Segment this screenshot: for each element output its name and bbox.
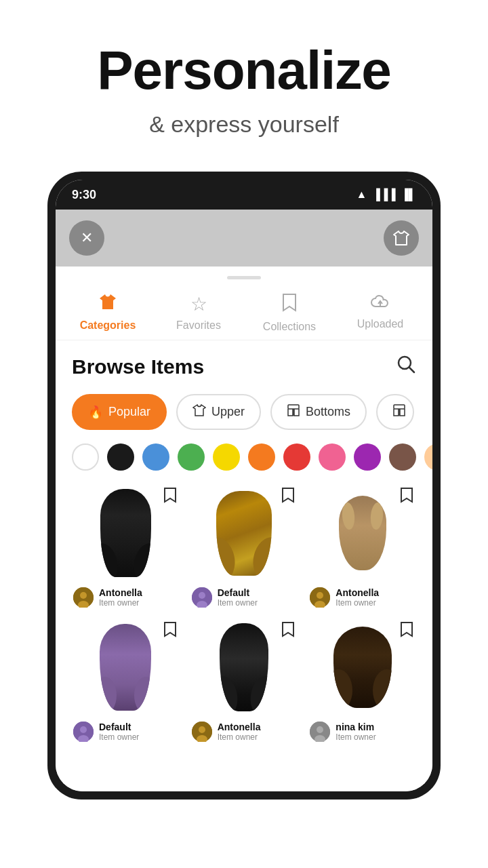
owner-role: Item owner	[99, 598, 142, 608]
owner-name: Antonella	[218, 722, 261, 732]
color-swatch-black[interactable]	[107, 443, 134, 471]
owner-info: Default Item owner	[218, 587, 258, 608]
close-button[interactable]: ✕	[69, 220, 104, 256]
fire-icon: 🔥	[88, 405, 103, 420]
bookmark-button[interactable]	[281, 621, 295, 642]
owner-name: nina kim	[336, 722, 375, 732]
phone-frame: 9:30 ▲ ▐▐▐ ▐▌ ✕	[47, 172, 441, 800]
avatar	[73, 722, 94, 742]
tab-bar: Categories ☆ Favorites Co	[56, 279, 432, 340]
color-swatch-peach[interactable]	[424, 443, 432, 471]
item-owner: Default Item owner	[70, 722, 181, 742]
bookmark-button[interactable]	[281, 487, 295, 507]
bookmark-button[interactable]	[163, 487, 177, 507]
item-card[interactable]: nina kim Item owner	[303, 616, 422, 750]
svg-point-17	[80, 726, 87, 733]
svg-point-14	[317, 592, 323, 599]
owner-name: Default	[99, 722, 139, 732]
item-card[interactable]: Default Item owner	[66, 616, 185, 750]
item-owner: Default Item owner	[189, 587, 300, 608]
color-swatch-yellow[interactable]	[213, 443, 240, 471]
color-swatch-brown[interactable]	[389, 443, 416, 471]
filter-row: 🔥 Popular Upper	[56, 389, 432, 439]
svg-rect-3	[288, 405, 299, 409]
svg-rect-5	[394, 405, 405, 409]
status-icons: ▲ ▐▐▐ ▐▌	[356, 189, 416, 201]
svg-point-11	[199, 592, 205, 599]
color-swatch-pink[interactable]	[319, 443, 346, 471]
svg-point-8	[80, 592, 87, 599]
owner-role: Item owner	[336, 732, 375, 742]
filter-chip-more[interactable]	[376, 394, 414, 430]
item-card[interactable]: Default Item owner	[185, 481, 304, 616]
cloud-tab-icon	[370, 293, 390, 314]
tab-label-collections: Collections	[263, 321, 316, 333]
bookmark-button[interactable]	[163, 621, 177, 642]
color-swatch-green[interactable]	[178, 443, 205, 471]
star-tab-icon: ☆	[190, 293, 207, 315]
item-owner: nina kim Item owner	[307, 722, 418, 742]
filter-chip-upper[interactable]: Upper	[176, 394, 261, 430]
owner-info: Antonella Item owner	[336, 587, 379, 608]
color-swatch-purple[interactable]	[354, 443, 381, 471]
items-grid: Antonella Item owner	[56, 481, 432, 750]
owner-info: Default Item owner	[99, 722, 139, 742]
item-card[interactable]: Antonella Item owner	[303, 481, 422, 616]
filter-chip-bottoms[interactable]: Bottoms	[270, 394, 367, 430]
hero-title: Personalize	[27, 41, 461, 100]
bookmark-button[interactable]	[400, 487, 413, 507]
hero-subtitle: & express yourself	[27, 111, 461, 138]
item-owner: Antonella Item owner	[189, 722, 300, 742]
status-time: 9:30	[72, 188, 96, 202]
shirt-chip-icon	[192, 404, 206, 420]
tab-favorites[interactable]: ☆ Favorites	[168, 293, 229, 333]
search-button[interactable]	[396, 354, 416, 379]
chip-label-upper: Upper	[211, 405, 245, 419]
color-row	[56, 439, 432, 481]
tab-label-categories: Categories	[80, 319, 136, 332]
tab-categories[interactable]: Categories	[77, 293, 138, 333]
signal-icon: ▐▐▐	[372, 189, 395, 201]
phone-wrapper: 9:30 ▲ ▐▐▐ ▐▌ ✕	[0, 158, 488, 800]
owner-role: Item owner	[218, 732, 261, 742]
item-owner: Antonella Item owner	[70, 587, 181, 608]
tab-label-favorites: Favorites	[176, 319, 221, 332]
item-owner: Antonella Item owner	[307, 587, 418, 608]
owner-info: Antonella Item owner	[218, 722, 261, 742]
owner-role: Item owner	[99, 732, 139, 742]
top-controls: ✕	[56, 210, 432, 267]
owner-role: Item owner	[336, 598, 379, 608]
avatar	[192, 722, 212, 742]
battery-icon: ▐▌	[401, 189, 416, 201]
tab-uploaded[interactable]: Uploaded	[350, 293, 411, 333]
more-chip-icon	[392, 403, 406, 420]
pants-chip-icon	[287, 403, 300, 420]
item-card[interactable]: Antonella Item owner	[66, 481, 185, 616]
color-swatch-white[interactable]	[72, 443, 99, 471]
owner-name: Default	[218, 587, 258, 598]
svg-point-20	[199, 726, 205, 733]
shirt-tab-icon	[98, 293, 117, 315]
hero-section: Personalize & express yourself	[0, 0, 488, 158]
wifi-icon: ▲	[356, 189, 367, 201]
item-card[interactable]: Antonella Item owner	[185, 616, 304, 750]
browse-title: Browse Items	[72, 355, 204, 378]
color-swatch-blue[interactable]	[142, 443, 169, 471]
avatar	[310, 722, 330, 742]
owner-role: Item owner	[218, 598, 258, 608]
owner-name: Antonella	[336, 587, 379, 598]
avatar	[310, 587, 330, 608]
color-swatch-orange[interactable]	[248, 443, 275, 471]
bookmark-tab-icon	[282, 293, 297, 317]
bookmark-button[interactable]	[400, 621, 413, 642]
chip-label-popular: Popular	[108, 405, 150, 419]
phone-screen: 9:30 ▲ ▐▐▐ ▐▌ ✕	[56, 180, 432, 791]
owner-info: Antonella Item owner	[99, 587, 142, 608]
color-swatch-red[interactable]	[283, 443, 310, 471]
chip-label-bottoms: Bottoms	[306, 405, 350, 419]
avatar	[192, 587, 212, 608]
tab-collections[interactable]: Collections	[259, 293, 320, 333]
shirt-button[interactable]	[384, 220, 419, 256]
filter-chip-popular[interactable]: 🔥 Popular	[72, 394, 167, 430]
owner-name: Antonella	[99, 587, 142, 598]
